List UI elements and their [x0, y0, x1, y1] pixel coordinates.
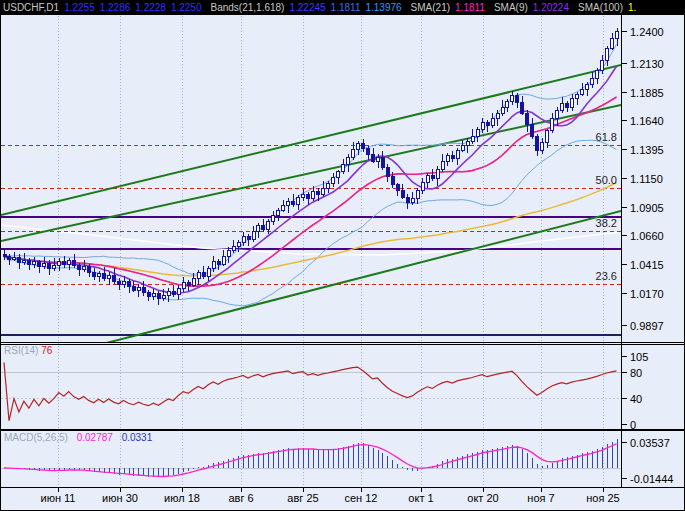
candle — [128, 281, 131, 287]
candle — [576, 94, 579, 99]
candle — [48, 264, 51, 269]
candle — [182, 282, 185, 288]
candle — [406, 198, 409, 203]
quote-close: 1.2250 — [171, 1, 202, 15]
candle — [222, 256, 225, 264]
candle — [113, 275, 116, 281]
candle — [18, 258, 21, 263]
candle — [162, 295, 165, 299]
candle — [8, 257, 11, 260]
candle — [471, 137, 474, 142]
candle — [352, 149, 355, 157]
candle — [123, 281, 126, 285]
candle — [521, 102, 524, 113]
candle — [28, 260, 31, 264]
macd-signal-value: 0.0331 — [122, 432, 153, 443]
indicator-line — [4, 362, 617, 420]
candle — [33, 262, 36, 265]
chart-header: USDCHF,D1 1.2255 1.2286 1.2228 1.2250 Ba… — [1, 1, 685, 15]
macd-name: MACD(5,26,5) — [4, 432, 68, 443]
candle — [531, 125, 534, 137]
candle — [202, 273, 205, 277]
candle — [142, 288, 145, 293]
candle — [566, 104, 569, 108]
candle — [322, 188, 325, 194]
candle — [312, 192, 315, 199]
candle — [377, 158, 380, 162]
candle — [461, 146, 464, 151]
candle — [247, 236, 250, 240]
macd-main-value: 0.02787 — [77, 432, 113, 443]
fib-level-label: 23.6 — [596, 270, 617, 282]
candle — [108, 275, 111, 279]
candle — [451, 155, 454, 159]
rsi-name: RSI(14) — [4, 345, 38, 356]
candle — [342, 165, 345, 172]
candle — [282, 206, 285, 211]
candle — [137, 288, 140, 291]
candle — [536, 137, 539, 151]
candle — [511, 95, 514, 101]
candle — [212, 261, 215, 268]
candle — [192, 279, 195, 286]
candle — [147, 293, 150, 297]
candle — [516, 95, 519, 102]
time-axis[interactable] — [1, 488, 621, 511]
price-axis[interactable] — [621, 15, 685, 488]
candle — [98, 273, 101, 276]
candle — [546, 131, 549, 143]
candle — [297, 198, 300, 205]
candle — [436, 169, 439, 178]
main-plot — [1, 28, 621, 370]
candle — [396, 185, 399, 191]
bands-middle-value: 1.1811 — [331, 1, 361, 15]
candle — [541, 142, 544, 150]
candle — [381, 158, 384, 167]
candle — [601, 60, 604, 71]
candle — [152, 293, 155, 296]
candle — [78, 266, 81, 269]
candle — [362, 144, 365, 149]
sma21-value: 1.1811 — [455, 1, 485, 15]
bands-indicator-label: Bands(21,1.618) — [211, 1, 285, 15]
candle — [232, 247, 235, 251]
candle — [446, 155, 449, 161]
candle — [118, 281, 121, 285]
candle — [177, 288, 180, 295]
candle — [287, 201, 290, 206]
candle — [157, 293, 160, 298]
candle — [3, 254, 6, 256]
candle — [357, 144, 360, 150]
candle — [616, 31, 619, 39]
candle — [13, 258, 16, 260]
candle — [586, 85, 589, 90]
candle — [591, 79, 594, 85]
candle — [466, 141, 469, 146]
candle — [103, 273, 106, 279]
candle — [237, 242, 240, 247]
candle — [187, 282, 190, 285]
candle — [307, 194, 310, 199]
candle — [73, 261, 76, 266]
symbol-period: USDCHF,D1 — [3, 1, 59, 15]
chart-window: USDCHF,D1 1.2255 1.2286 1.2228 1.2250 Ba… — [0, 0, 685, 511]
candle — [481, 122, 484, 129]
candle — [596, 71, 599, 79]
candle — [411, 199, 414, 203]
candle — [217, 261, 220, 265]
candle — [526, 113, 529, 125]
candle — [83, 267, 86, 269]
candle — [367, 148, 370, 154]
candle — [606, 48, 609, 60]
candle — [227, 250, 230, 256]
candle — [347, 158, 350, 165]
candle — [68, 261, 71, 265]
candle — [252, 232, 255, 240]
bands-upper-value: 1.22245 — [289, 1, 325, 15]
candle — [401, 191, 404, 198]
indicator-line — [4, 44, 617, 274]
candle — [581, 90, 584, 95]
candle — [257, 226, 260, 232]
macd-indicator-label: MACD(5,26,5) 0.02787 0.0331 — [4, 432, 152, 443]
candle — [167, 292, 170, 296]
